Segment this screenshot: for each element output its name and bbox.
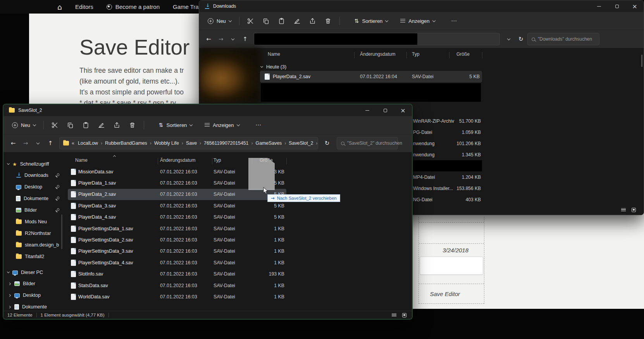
saveslot-titlebar[interactable]: SaveSlot_2 [3, 104, 412, 116]
sidebar-item[interactable]: steam.design_b [3, 239, 65, 251]
icons-view-button[interactable] [630, 207, 637, 213]
sort-button[interactable]: Sortieren [155, 118, 196, 132]
more-button[interactable] [251, 118, 266, 132]
table-row[interactable]: PlayerData_2.sav 07.01.2022 16:03 SAV-Da… [68, 189, 286, 200]
forward-button[interactable] [20, 137, 31, 149]
view-button[interactable]: Anzeigen [201, 118, 243, 132]
downloads-titlebar[interactable]: Downloads [199, 0, 644, 12]
home-icon[interactable] [57, 3, 62, 11]
table-row[interactable]: WorldData.sav 07.01.2022 16:03 SAV-Datei… [68, 291, 286, 302]
breadcrumb-item[interactable]: RubberBandGames [105, 140, 154, 146]
address-dropdown-button[interactable] [503, 33, 514, 45]
sidebar-item[interactable]: Titanfall2 [3, 251, 65, 262]
rename-button[interactable] [94, 118, 109, 132]
search-box[interactable]: "SaveSlot_2" durchsuchen [337, 137, 398, 149]
icons-view-button[interactable] [401, 312, 408, 318]
share-button[interactable] [305, 14, 320, 27]
table-row[interactable]: Windows Installer... 153.856 KB [413, 183, 482, 194]
sidebar-item[interactable]: R2Northstar [3, 228, 65, 239]
new-button[interactable]: Neu [8, 118, 40, 132]
sidebar-item[interactable]: Desktop [3, 181, 65, 193]
column-separator[interactable] [482, 52, 482, 58]
table-row[interactable]: PlayerSettingsData_1.sav 07.01.2022 16:0… [68, 223, 286, 234]
maximize-button[interactable] [608, 0, 626, 12]
details-view-button[interactable] [620, 207, 627, 213]
column-separator[interactable] [354, 52, 355, 58]
paste-button[interactable] [79, 118, 93, 132]
sidebar-item[interactable]: Bilder [3, 204, 65, 216]
nav-link-editors[interactable]: Editors [75, 3, 93, 10]
table-row[interactable]: NG-Datei 403 KB [413, 194, 482, 205]
breadcrumb-item[interactable]: SaveSlot_2 [289, 140, 318, 146]
breadcrumb-item[interactable]: Wobbly Life [154, 140, 186, 146]
table-row[interactable]: SlotInfo.sav 07.01.2022 16:03 SAV-Datei … [68, 269, 286, 280]
column-separator[interactable] [449, 52, 449, 58]
more-button[interactable] [447, 14, 461, 27]
sidebar-item[interactable]: Bilder [3, 278, 65, 289]
minimize-button[interactable] [358, 104, 376, 116]
sidebar-this-pc[interactable]: Dieser PC [3, 267, 65, 278]
paste-button[interactable] [274, 14, 289, 27]
table-row[interactable]: MissionData.sav 07.01.2022 16:03 SAV-Dat… [68, 166, 286, 177]
table-row[interactable]: nwendung 101.206 KB [413, 138, 482, 149]
column-separator[interactable] [406, 52, 407, 58]
column-header-name[interactable]: Name [75, 158, 88, 163]
table-row[interactable]: MP4-Datei 1.204 KB [413, 171, 482, 183]
refresh-button[interactable] [321, 137, 333, 149]
recent-locations-button[interactable] [227, 33, 239, 45]
cut-button[interactable] [48, 118, 62, 132]
refresh-button[interactable] [515, 33, 527, 45]
table-row[interactable]: WinRAR-ZIP-Archiv 51.700 KB [413, 115, 482, 127]
table-row[interactable]: PlayerData_4.sav 07.01.2022 16:03 SAV-Da… [68, 212, 286, 223]
scrollbar-thumb[interactable] [61, 214, 62, 249]
table-row[interactable] [413, 160, 482, 171]
copy-button[interactable] [259, 14, 274, 27]
maximize-button[interactable] [376, 104, 394, 116]
recent-locations-button[interactable] [32, 137, 44, 149]
sidebar-item[interactable]: Dokumente [3, 301, 65, 311]
column-header-name[interactable]: Name [268, 51, 280, 57]
sidebar-quick-access[interactable]: Schnellzugriff [3, 159, 65, 170]
sidebar-item[interactable]: Mods Neu [3, 216, 65, 228]
delete-button[interactable] [321, 14, 336, 27]
table-row[interactable]: PlayerSettingsData_3.sav 07.01.2022 16:0… [68, 246, 286, 257]
cut-button[interactable] [243, 14, 258, 27]
close-button[interactable] [394, 104, 412, 116]
breadcrumb-item[interactable]: 76561199072015451 [204, 140, 255, 146]
delete-button[interactable] [125, 118, 140, 132]
column-header-type[interactable]: Typ [214, 158, 221, 163]
nav-link-patreon[interactable]: Become a patron [107, 3, 160, 10]
breadcrumb-item[interactable]: Save [186, 140, 204, 146]
up-button[interactable] [239, 33, 251, 45]
column-header-type[interactable]: Typ [412, 51, 419, 57]
column-separator[interactable] [158, 158, 158, 164]
sidebar-item[interactable]: Downloads [3, 170, 65, 181]
breadcrumb-overflow-button[interactable]: « [72, 140, 74, 146]
sort-button[interactable]: Sortieren [351, 14, 392, 27]
back-button[interactable] [203, 33, 214, 45]
back-button[interactable] [7, 137, 19, 149]
table-row[interactable]: StatsData.sav 07.01.2022 16:03 SAV-Datei… [68, 280, 286, 291]
table-row[interactable]: PG-Datei 1.059 KB [413, 127, 482, 138]
up-button[interactable] [45, 137, 56, 149]
column-header-date[interactable]: Änderungsdatum [360, 51, 395, 57]
sidebar-item[interactable]: Desktop [3, 289, 65, 301]
search-box[interactable]: "Downloads" durchsuchen [527, 33, 599, 45]
table-row[interactable]: PlayerData_1.sav 07.01.2022 16:03 SAV-Da… [68, 177, 286, 188]
new-button[interactable]: Neu [204, 14, 235, 27]
minimize-button[interactable] [590, 0, 608, 12]
address-field[interactable]: « LocalLowRubberBandGamesWobbly LifeSave… [59, 137, 318, 149]
share-button[interactable] [110, 118, 124, 132]
table-row[interactable]: PlayerData_3.sav 07.01.2022 16:03 SAV-Da… [68, 200, 286, 211]
column-separator[interactable] [252, 158, 252, 164]
group-header-heute[interactable]: Heute (3) [261, 62, 286, 72]
table-row[interactable]: PlayerSettingsData_2.sav 07.01.2022 16:0… [68, 234, 286, 245]
column-header-date[interactable]: Änderungsdatum [160, 158, 195, 163]
close-button[interactable] [626, 0, 644, 12]
column-separator[interactable] [212, 158, 212, 164]
column-separator[interactable] [286, 158, 287, 164]
table-row[interactable]: PlayerSettingsData_4.sav 07.01.2022 16:0… [68, 257, 286, 268]
rename-button[interactable] [290, 14, 305, 27]
table-row[interactable]: nwendung 1.345 KB [413, 149, 482, 160]
view-button[interactable]: Anzeigen [396, 14, 439, 27]
